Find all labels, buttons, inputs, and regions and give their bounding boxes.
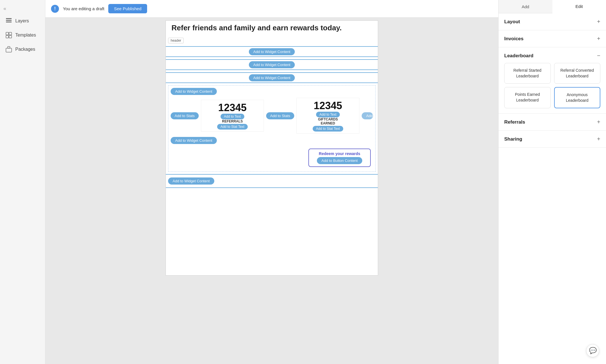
stat-block-1: 12345 Add to Text REFERRALS Add to Stat … <box>201 100 264 132</box>
draft-bar: ! You are editing a draft See Published <box>45 0 498 18</box>
svg-rect-3 <box>6 32 9 35</box>
add-to-widget-content-btn-1[interactable]: Add to Widget Content <box>249 48 295 55</box>
widget-content-row-1: Add to Widget Content <box>166 46 378 57</box>
layout-section-header[interactable]: Layout + <box>504 18 600 25</box>
add-to-widget-content-btn-6[interactable]: Add to Widget Content <box>168 177 214 185</box>
sidebar: « Layers Templates P <box>0 0 45 364</box>
leaderboard-grid: Referral StartedLeaderboard Referral Con… <box>504 63 600 108</box>
lb-card-anonymous-label: AnonymousLeaderboard <box>566 92 588 103</box>
svg-rect-8 <box>8 46 10 48</box>
lb-card-referral-started-label: Referral StartedLeaderboard <box>513 68 541 78</box>
sidebar-collapse-button[interactable]: « <box>0 3 45 14</box>
layout-section-title: Layout <box>504 19 520 25</box>
add-to-widget-content-btn-3[interactable]: Add to Widget Content <box>249 74 295 81</box>
lb-card-referral-started[interactable]: Referral StartedLeaderboard <box>504 63 551 84</box>
referrals-section: Referrals + <box>499 114 606 131</box>
see-published-button[interactable]: See Published <box>108 4 147 13</box>
add-to-widget-content-btn-4[interactable]: Add to Widget Content <box>171 88 217 95</box>
draft-text: You are editing a draft <box>63 6 104 11</box>
sharing-section-title: Sharing <box>504 136 522 142</box>
leaderboard-minus-icon[interactable]: − <box>597 52 600 59</box>
stat-1-number: 12345 <box>218 102 247 114</box>
add-to-stat-text-btn-1[interactable]: Add to Stat Text <box>217 124 248 130</box>
add-to-button-content-btn[interactable]: Add to Button Content <box>317 157 362 164</box>
lb-card-referral-converted-label: Referral ConvertedLeaderboard <box>560 68 594 78</box>
svg-rect-7 <box>6 48 12 52</box>
svg-rect-0 <box>6 20 12 21</box>
redeem-section: Redeem your rewards Add to Button Conten… <box>171 146 373 169</box>
svg-rect-1 <box>6 22 12 22</box>
tab-edit[interactable]: Edit <box>552 0 606 13</box>
add-to-widget-content-btn-5[interactable]: Add to Widget Content <box>171 137 217 144</box>
add-to-stats-btn-1[interactable]: Add to Stats <box>171 112 199 119</box>
leaderboard-section-title: Leaderboard <box>504 53 533 59</box>
add-to-text-btn-2[interactable]: Add to Text <box>316 112 340 117</box>
lb-card-anonymous[interactable]: AnonymousLeaderboard <box>554 87 601 108</box>
sharing-plus-icon[interactable]: + <box>597 136 600 142</box>
dashed-stats-section: Add to Widget Content Add to Stats 12345… <box>168 85 376 172</box>
right-panel: Add Edit Layout + Invoices + Leaderboard… <box>498 0 606 364</box>
add-to-text-btn-1[interactable]: Add to Text <box>221 114 244 119</box>
canvas-scroll: Refer friends and family and earn reward… <box>45 18 498 364</box>
lb-card-points-earned-label: Points EarnedLeaderboard <box>515 92 540 102</box>
widget-content-row-3: Add to Widget Content <box>166 72 378 83</box>
stat-2-sub-label: EARNED <box>321 121 335 125</box>
leaderboard-section-header[interactable]: Leaderboard − <box>504 52 600 59</box>
add-to-stats-btn-2[interactable]: Add to Stats <box>266 112 294 119</box>
lb-card-referral-converted[interactable]: Referral ConvertedLeaderboard <box>554 63 601 84</box>
referrals-plus-icon[interactable]: + <box>597 119 600 125</box>
leaderboard-section: Leaderboard − Referral StartedLeaderboar… <box>499 47 606 114</box>
canvas-top-text: Refer friends and family and earn reward… <box>166 21 378 35</box>
invoices-plus-icon[interactable]: + <box>597 35 600 42</box>
stat-1-label: REFERRALS <box>222 119 243 123</box>
lb-card-points-earned[interactable]: Points EarnedLeaderboard <box>504 87 551 108</box>
sharing-section-header[interactable]: Sharing + <box>504 136 600 142</box>
stat-2-label: GIFTCARDS <box>318 117 338 121</box>
referrals-section-header[interactable]: Referrals + <box>504 119 600 125</box>
sidebar-item-layers[interactable]: Layers <box>0 14 45 28</box>
tab-bar: Add Edit <box>499 0 606 13</box>
add-to-stat-text-btn-2[interactable]: Add to Stat Text <box>313 126 344 132</box>
sidebar-item-packages[interactable]: Packages <box>0 42 45 56</box>
add-to-stats-btn-3[interactable]: Add to Stats <box>362 112 373 119</box>
layout-section: Layout + <box>499 13 606 30</box>
chat-button[interactable]: 💬 <box>586 344 599 357</box>
svg-rect-2 <box>6 18 12 19</box>
sharing-section: Sharing + <box>499 131 606 148</box>
sidebar-item-layers-label: Layers <box>15 18 29 24</box>
main-area: ! You are editing a draft See Published … <box>45 0 498 364</box>
stats-row: Add to Stats 12345 Add to Text REFERRALS… <box>171 97 373 135</box>
sidebar-item-packages-label: Packages <box>15 47 35 52</box>
layout-plus-icon[interactable]: + <box>597 18 600 25</box>
invoices-section: Invoices + <box>499 30 606 47</box>
widget-content-row-2: Add to Widget Content <box>166 59 378 70</box>
header-tag: header <box>168 38 184 43</box>
layers-icon <box>6 18 12 24</box>
redeem-box: Redeem your rewards Add to Button Conten… <box>308 149 371 167</box>
add-to-widget-content-btn-2[interactable]: Add to Widget Content <box>249 61 295 68</box>
canvas-container: Refer friends and family and earn reward… <box>166 20 378 276</box>
draft-icon: ! <box>51 5 59 13</box>
svg-rect-5 <box>6 35 9 38</box>
svg-rect-4 <box>9 32 12 35</box>
stat-2-number: 12345 <box>314 100 342 112</box>
referrals-section-title: Referrals <box>504 119 525 125</box>
invoices-section-title: Invoices <box>504 36 524 42</box>
packages-icon <box>6 46 12 52</box>
sidebar-item-templates[interactable]: Templates <box>0 28 45 42</box>
tab-add[interactable]: Add <box>499 0 552 13</box>
sidebar-item-templates-label: Templates <box>15 33 36 38</box>
templates-icon <box>6 32 12 38</box>
stat-block-2: 12345 Add to Text GIFTCARDS EARNED Add t… <box>296 98 359 134</box>
redeem-text: Redeem your rewards <box>319 151 360 156</box>
invoices-section-header[interactable]: Invoices + <box>504 35 600 42</box>
svg-rect-6 <box>9 35 12 38</box>
